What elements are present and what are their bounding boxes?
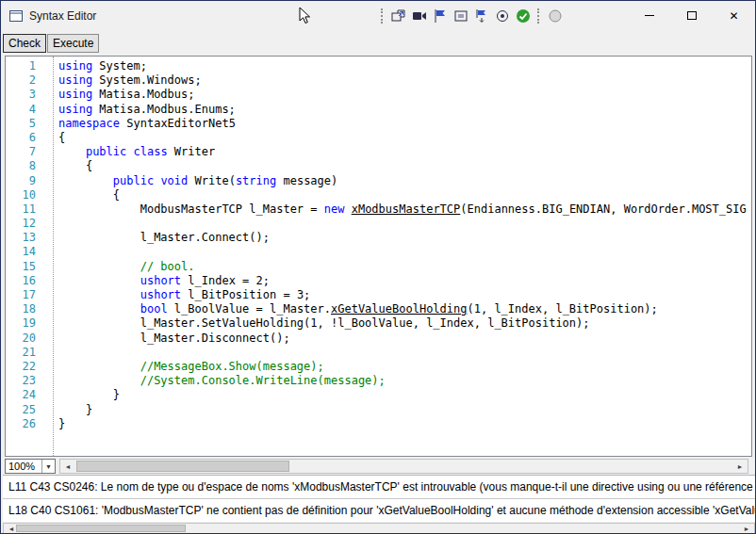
code-line: 8 { xyxy=(6,159,751,173)
code-line: 26} xyxy=(6,417,751,431)
code-line: 23 //System.Console.WriteLine(message); xyxy=(6,374,751,388)
app-icon xyxy=(8,8,24,24)
code-text: //MessageBox.Show(message); xyxy=(47,360,324,374)
line-number: 16 xyxy=(6,274,47,288)
code-line: 5namespace SyntaxEditorNet5 xyxy=(6,117,751,131)
window-controls: ✕ xyxy=(628,1,755,30)
line-number: 5 xyxy=(6,117,47,131)
code-text xyxy=(47,245,58,259)
code-line: 14 xyxy=(6,245,751,259)
editor-hscrollbar-thumb[interactable] xyxy=(76,461,289,472)
code-lines: 1using System;2using System.Windows;3usi… xyxy=(6,59,751,431)
code-line: 4using Matisa.Modbus.Enums; xyxy=(6,103,751,117)
line-number: 17 xyxy=(6,288,47,302)
code-text: l_Master.Disconnect(); xyxy=(47,332,290,346)
error-list: L11 C43 CS0246: Le nom de type ou d'espa… xyxy=(3,475,755,522)
code-line: 10 { xyxy=(6,188,751,202)
line-number: 26 xyxy=(6,417,47,431)
line-number: 18 xyxy=(6,302,47,316)
camera-icon[interactable] xyxy=(410,8,428,25)
window-title: Syntax Editor xyxy=(29,9,96,23)
minimize-button[interactable] xyxy=(628,1,670,30)
code-text: ushort l_Index = 2; xyxy=(47,274,270,288)
scroll-right-icon[interactable]: ► xyxy=(739,524,754,533)
code-text: l_Master.Connect(); xyxy=(47,231,270,245)
line-number: 7 xyxy=(6,145,47,159)
line-number: 20 xyxy=(6,332,47,346)
line-number: 10 xyxy=(6,188,47,202)
line-number: 12 xyxy=(6,217,47,231)
close-button[interactable]: ✕ xyxy=(713,1,755,30)
line-number: 23 xyxy=(6,374,47,388)
errors-hscrollbar[interactable]: ◄ ► xyxy=(3,523,755,534)
code-text: //System.Console.WriteLine(message); xyxy=(47,374,386,388)
code-text: public void Write(string message) xyxy=(47,174,337,188)
close-icon: ✕ xyxy=(729,10,738,22)
zoom-value: 100% xyxy=(6,461,41,472)
code-text: } xyxy=(47,417,65,431)
code-text: using Matisa.Modbus.Enums; xyxy=(47,103,236,117)
code-text: using System; xyxy=(47,59,147,73)
scroll-right-icon[interactable]: ► xyxy=(732,460,748,473)
toolbar-grip xyxy=(537,8,540,24)
code-text: } xyxy=(47,388,120,402)
scroll-left-icon[interactable]: ◄ xyxy=(60,460,75,473)
line-number: 15 xyxy=(6,260,47,274)
code-text: { xyxy=(47,159,92,173)
titlebar[interactable]: Syntax Editor ✕ xyxy=(1,1,755,30)
minimize-icon xyxy=(645,15,654,16)
zoom-dropdown-icon[interactable]: ▼ xyxy=(41,460,55,473)
zoom-combobox[interactable]: 100% ▼ xyxy=(5,459,56,474)
code-line: 13 l_Master.Connect(); xyxy=(6,231,751,245)
code-line: 1using System; xyxy=(6,59,751,73)
status-circle-icon[interactable] xyxy=(546,8,564,25)
error-row[interactable]: L18 C40 CS1061: 'ModbusMasterTCP' ne con… xyxy=(3,499,755,522)
line-number: 19 xyxy=(6,316,47,331)
mouse-cursor xyxy=(299,7,311,24)
code-text: l_Master.SetValueHolding(1, !l_BoolValue… xyxy=(47,316,590,331)
code-text xyxy=(47,217,58,231)
code-line: 12 xyxy=(6,217,751,231)
toolbar-grip xyxy=(381,8,384,24)
line-number: 6 xyxy=(6,131,47,145)
code-line: 17 ushort l_BitPosition = 3; xyxy=(6,288,751,302)
code-line: 11 ModbusMasterTCP l_Master = new xModbu… xyxy=(6,202,751,217)
code-text: bool l_BoolValue = l_Master.xGetValueBoo… xyxy=(47,302,658,316)
record-icon[interactable] xyxy=(493,8,511,25)
check-circle-icon[interactable] xyxy=(514,8,532,25)
line-number: 13 xyxy=(6,231,47,245)
flag-icon[interactable] xyxy=(431,8,449,25)
line-number: 25 xyxy=(6,403,47,417)
code-line: 18 bool l_BoolValue = l_Master.xGetValue… xyxy=(6,302,751,316)
maximize-button[interactable] xyxy=(670,1,713,30)
code-text: ModbusMasterTCP l_Master = new xModbusMa… xyxy=(47,202,747,217)
error-row[interactable]: L11 C43 CS0246: Le nom de type ou d'espa… xyxy=(3,476,755,499)
command-bar: Check Execute xyxy=(3,34,99,53)
check-button[interactable]: Check xyxy=(3,34,46,53)
code-line: 20 l_Master.Disconnect(); xyxy=(6,332,751,346)
code-text: using Matisa.Modbus; xyxy=(47,88,195,102)
editor-hscrollbar[interactable]: ◄ ► xyxy=(59,459,748,474)
frame-icon[interactable] xyxy=(452,8,469,25)
code-line: 21 xyxy=(6,346,751,360)
code-line: 7 public class Writer xyxy=(6,145,751,159)
code-line: 6{ xyxy=(6,131,751,145)
errors-hscrollbar-thumb[interactable] xyxy=(16,525,186,532)
code-text: { xyxy=(47,188,120,202)
titlebar-toolbar xyxy=(378,6,564,26)
code-text xyxy=(47,346,58,360)
flag-arrow-icon[interactable] xyxy=(472,8,490,25)
popout-window-icon[interactable] xyxy=(389,8,407,25)
line-number: 4 xyxy=(6,103,47,117)
execute-button[interactable]: Execute xyxy=(47,34,99,53)
code-line: 3using Matisa.Modbus; xyxy=(6,88,751,102)
code-line: 2using System.Windows; xyxy=(6,73,751,88)
code-line: 25 } xyxy=(6,403,751,417)
line-number: 2 xyxy=(6,73,47,88)
code-editor[interactable]: 1using System;2using System.Windows;3usi… xyxy=(5,56,752,457)
line-number: 24 xyxy=(6,388,47,402)
maximize-icon xyxy=(687,11,697,20)
code-line: 16 ushort l_Index = 2; xyxy=(6,274,751,288)
line-number: 21 xyxy=(6,346,47,360)
code-text: { xyxy=(47,131,65,145)
